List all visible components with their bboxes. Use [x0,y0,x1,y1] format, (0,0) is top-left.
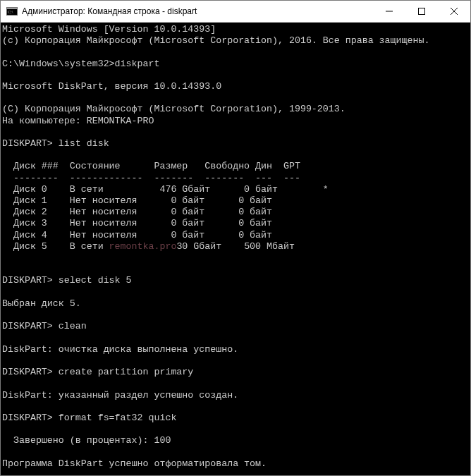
terminal-line [2,424,470,435]
terminal-line: Диск ### Состояние Размер Свободно Дин G… [2,161,470,172]
terminal-line [2,149,470,161]
terminal-line [2,355,470,367]
terminal-line [2,447,470,458]
terminal-line: Диск 3 Нет носителя 0 байт 0 байт [2,218,470,229]
terminal-line [2,287,470,298]
terminal-line: DISKPART> create partition primary [2,367,470,378]
terminal-line [2,378,470,389]
terminal-line [2,47,470,58]
terminal-line: Выбран диск 5. [2,298,470,310]
terminal-line: DiskPart: указанный раздел успешно созда… [2,390,470,401]
terminal-line-disk5: Диск 5 В сети remontka.pro30 Gбайт 500 М… [2,241,470,252]
terminal-line: C:\Windows\system32>diskpart [2,59,470,70]
maximize-button[interactable] [405,1,438,22]
titlebar[interactable]: C:\ Администратор: Командная строка - di… [1,1,470,23]
terminal-line [2,92,470,104]
terminal-line: DISKPART> clean [2,321,470,332]
terminal-line: DISKPART> list disk [2,138,470,149]
terminal-line [2,332,470,343]
terminal-output[interactable]: Microsoft Windows [Version 10.0.14393](с… [1,23,470,475]
terminal-line: Программа DiskPart успешно отформатирова… [2,458,470,470]
svg-rect-1 [7,8,18,9]
terminal-line: Microsoft Windows [Version 10.0.14393] [2,24,470,35]
terminal-line: Microsoft DiskPart, версия 10.0.14393.0 [2,81,470,92]
terminal-line: (с) Корпорация Майкрософт (Microsoft Cor… [2,35,470,47]
window-title: Администратор: Командная строка - diskpa… [22,6,373,16]
terminal-line: -------- ------------- ------- ------- -… [2,173,470,184]
terminal-line: DISKPART> select disk 5 [2,275,470,286]
terminal-line [2,470,470,475]
terminal-line: Диск 1 Нет носителя 0 байт 0 байт [2,195,470,207]
minimize-button[interactable] [373,1,405,22]
window-controls [373,1,470,22]
terminal-line: Диск 0 В сети 476 Gбайт 0 байт * [2,184,470,195]
close-button[interactable] [438,1,470,22]
svg-text:C:\: C:\ [8,10,13,14]
terminal-line: Диск 2 Нет носителя 0 байт 0 байт [2,207,470,218]
terminal-line: Диск 4 Нет носителя 0 байт 0 байт [2,230,470,241]
terminal-line [2,127,470,138]
terminal-line: DISKPART> format fs=fat32 quick [2,413,470,424]
app-window: C:\ Администратор: Командная строка - di… [0,0,471,476]
terminal-line [2,401,470,413]
svg-rect-3 [419,8,425,15]
terminal-line [2,264,470,275]
terminal-line: DiskPart: очистка диска выполнена успешн… [2,344,470,355]
terminal-line [2,70,470,81]
cmd-icon: C:\ [6,6,18,17]
terminal-line [2,310,470,321]
watermark: remontka.pro [109,241,177,252]
terminal-line: (C) Корпорация Майкрософт (Microsoft Cor… [2,104,470,115]
terminal-line: Завершено (в процентах): 100 [2,435,470,446]
terminal-line: На компьютере: REMONTKA-PRO [2,116,470,127]
terminal-line [2,252,470,264]
